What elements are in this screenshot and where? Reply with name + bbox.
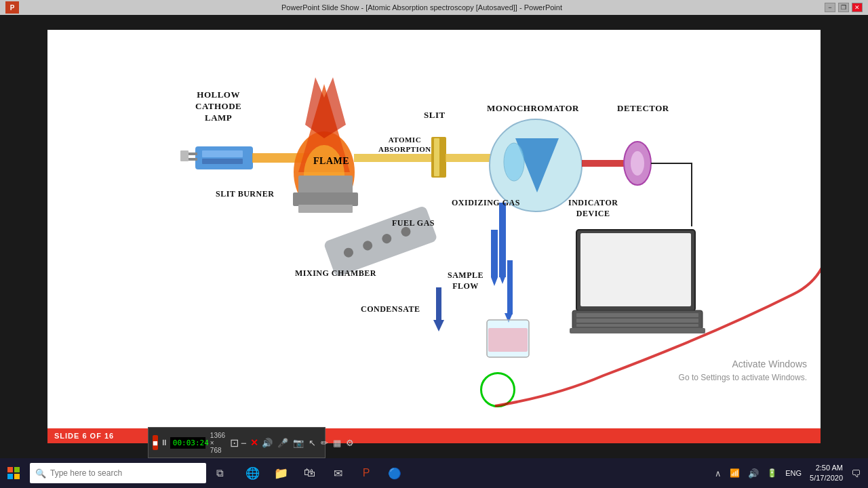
webcam-icon[interactable]: 📷	[292, 436, 305, 449]
svg-rect-33	[576, 319, 698, 323]
label-condensate: Condensate	[361, 304, 420, 315]
svg-rect-48	[7, 474, 13, 479]
mail-icon[interactable]: ✉	[324, 458, 351, 488]
taskbar-right: ∧ 📶 🔊 🔋 ENG 2:50 AM 5/17/2020 🗨	[712, 458, 868, 488]
slide-dimensions: 1366 × 768	[208, 432, 228, 454]
playback-timer: 00:03:24	[170, 437, 205, 449]
label-slit: Slit	[424, 110, 446, 121]
minimize-pb-button[interactable]: −	[241, 435, 247, 450]
pinned-apps: 🌐 📁 🛍 ✉ P 🔵	[239, 458, 408, 488]
explorer-icon[interactable]: 📁	[267, 458, 294, 488]
svg-rect-32	[576, 313, 698, 317]
audio-icon[interactable]: 🔊	[260, 436, 274, 449]
edge-icon[interactable]: 🌐	[239, 458, 266, 488]
label-fuel-gas: Fuel Gas	[392, 218, 435, 229]
svg-point-28	[631, 151, 644, 176]
battery-icon[interactable]: 🔋	[764, 467, 780, 479]
svg-rect-35	[570, 328, 705, 333]
window-title: PowerPoint Slide Show - [Atomic Absorpti…	[19, 3, 825, 12]
search-box[interactable]: 🔍	[30, 463, 206, 483]
label-flame: Flame	[313, 155, 349, 167]
label-oxidizing-gas: Oxidizing Gas	[452, 198, 520, 209]
svg-rect-2	[202, 159, 243, 164]
slide-canvas[interactable]: HollowCathodeLamp Flame AtomicAbsorption…	[47, 30, 821, 443]
label-atomic-absorption: AtomicAbsorption	[378, 135, 431, 155]
activate-windows-watermark: Activate Windows Go to Settings to activ…	[679, 357, 807, 384]
svg-rect-30	[580, 233, 691, 306]
svg-rect-40	[507, 260, 513, 314]
clock[interactable]: 2:50 AM 5/17/2020	[807, 463, 846, 484]
label-monochromator: Monochromator	[487, 103, 579, 115]
svg-rect-26	[582, 160, 629, 167]
svg-rect-13	[298, 205, 353, 213]
pause-button[interactable]: ⏸	[160, 435, 168, 450]
store-icon[interactable]: 🛍	[296, 458, 323, 488]
network-icon[interactable]: 📶	[727, 467, 743, 479]
search-icon: 🔍	[35, 468, 46, 479]
search-input[interactable]	[50, 468, 201, 478]
task-view-button[interactable]: ⧉	[206, 458, 233, 488]
slide-area: HollowCathodeLamp Flame AtomicAbsorption…	[0, 15, 868, 458]
label-sample-flow: SampleFlow	[448, 270, 484, 291]
svg-rect-47	[14, 467, 20, 472]
svg-marker-45	[433, 320, 444, 331]
window-controls: − ❐ ✕	[825, 3, 863, 12]
svg-rect-5	[180, 150, 189, 161]
label-indicator-device: IndicatorDevice	[568, 198, 618, 219]
svg-rect-14	[323, 205, 438, 277]
title-bar: P PowerPoint Slide Show - [Atomic Absorp…	[0, 0, 868, 15]
fit-button[interactable]: ⊡	[230, 435, 239, 450]
powerpoint-icon: P	[5, 1, 19, 14]
pointer-icon[interactable]: ↖	[307, 436, 317, 449]
svg-point-25	[504, 143, 524, 181]
svg-rect-34	[576, 324, 698, 327]
notification-button[interactable]: 🗨	[848, 466, 864, 481]
minimize-button[interactable]: −	[825, 3, 835, 12]
svg-rect-0	[195, 146, 253, 169]
svg-rect-19	[354, 154, 432, 162]
label-mixing-chamber: Mixing Chamber	[295, 268, 376, 279]
svg-rect-46	[7, 467, 13, 472]
svg-rect-49	[14, 474, 20, 479]
label-detector: Detector	[617, 103, 669, 115]
slide-number-text: SLIDE 6 OF 16	[54, 432, 114, 440]
svg-marker-39	[491, 277, 498, 286]
gallery-icon[interactable]: ▦	[332, 436, 342, 449]
label-hollow-cathode-lamp: HollowCathodeLamp	[195, 89, 241, 124]
svg-rect-11	[298, 176, 353, 195]
settings-icon[interactable]: ⚙	[344, 436, 355, 449]
record-button[interactable]: ■	[153, 435, 158, 450]
chrome-icon[interactable]: 🔵	[381, 458, 408, 488]
show-hidden-icons[interactable]: ∧	[712, 467, 724, 480]
mic-icon[interactable]: 🎤	[276, 436, 290, 449]
svg-rect-12	[293, 192, 358, 206]
svg-rect-38	[491, 230, 498, 277]
svg-rect-36	[499, 203, 506, 277]
powerpoint-taskbar-icon[interactable]: P	[353, 458, 380, 488]
svg-marker-37	[499, 275, 506, 284]
pen-icon[interactable]: ✏	[319, 436, 330, 449]
volume-icon[interactable]: 🔊	[745, 467, 762, 480]
svg-rect-1	[202, 150, 243, 157]
taskbar: 🔍 ⧉ 🌐 📁 🛍 ✉ P 🔵 ∧ 📶 🔊 🔋 ENG 2:50 AM 5/17…	[0, 458, 868, 488]
playback-toolbar[interactable]: ■ ⏸ 00:03:24 1366 × 768 ⊡ − ✕ 🔊 🎤 📷 ↖ ✏ …	[148, 427, 326, 458]
language-indicator: ENG	[783, 468, 804, 479]
svg-rect-21	[434, 138, 439, 176]
svg-rect-44	[436, 287, 441, 321]
restore-button[interactable]: ❐	[838, 3, 849, 12]
svg-rect-43	[488, 328, 528, 352]
close-pb-button[interactable]: ✕	[250, 437, 258, 448]
label-slit-burner: Slit Burner	[216, 189, 274, 200]
start-button[interactable]	[0, 458, 27, 488]
close-button[interactable]: ✕	[852, 3, 863, 12]
